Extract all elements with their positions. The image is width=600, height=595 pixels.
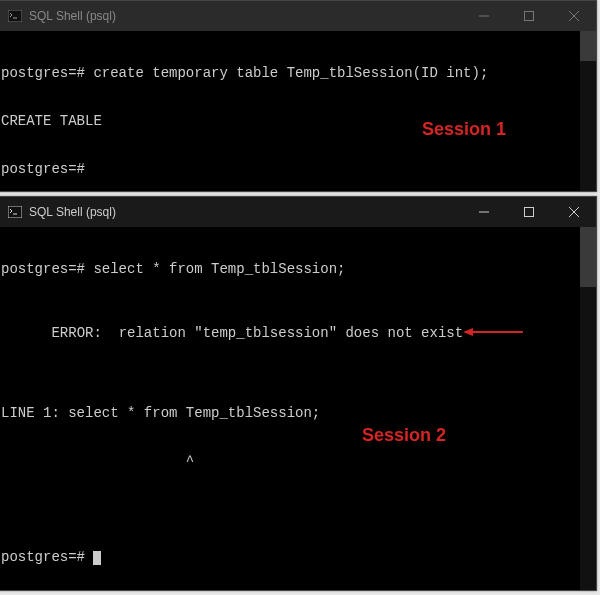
minimize-button[interactable] bbox=[461, 1, 506, 31]
terminal-line: postgres=# bbox=[1, 549, 596, 565]
terminal-line: LINE 1: select * from Temp_tblSession; bbox=[1, 405, 596, 421]
close-button[interactable] bbox=[551, 197, 596, 227]
svg-rect-9 bbox=[524, 208, 533, 217]
app-icon bbox=[7, 204, 23, 220]
svg-rect-3 bbox=[524, 12, 533, 21]
terminal-line: postgres=# create temporary table Temp_t… bbox=[1, 65, 596, 81]
close-button[interactable] bbox=[551, 1, 596, 31]
maximize-button[interactable] bbox=[506, 197, 551, 227]
scrollbar[interactable] bbox=[580, 227, 596, 590]
maximize-button[interactable] bbox=[506, 1, 551, 31]
terminal-line: ^ bbox=[1, 453, 596, 469]
svg-marker-13 bbox=[463, 328, 473, 336]
window-title: SQL Shell (psql) bbox=[29, 9, 116, 23]
scrollbar[interactable] bbox=[580, 31, 596, 191]
window-title: SQL Shell (psql) bbox=[29, 205, 116, 219]
app-icon bbox=[7, 8, 23, 24]
scrollbar-thumb[interactable] bbox=[580, 227, 596, 287]
scrollbar-thumb[interactable] bbox=[580, 31, 596, 61]
terminal-body[interactable]: postgres=# select * from Temp_tblSession… bbox=[0, 227, 596, 590]
terminal-window-2: SQL Shell (psql) postgres=# select * fro… bbox=[0, 196, 597, 591]
prompt-text: postgres=# bbox=[1, 549, 85, 565]
minimize-button[interactable] bbox=[461, 197, 506, 227]
terminal-line: ERROR: relation "temp_tblsession" does n… bbox=[1, 309, 596, 373]
terminal-body[interactable]: postgres=# create temporary table Temp_t… bbox=[0, 31, 596, 191]
session-annotation: Session 2 bbox=[362, 427, 446, 443]
svg-rect-0 bbox=[8, 10, 22, 22]
svg-rect-6 bbox=[8, 206, 22, 218]
session-annotation: Session 1 bbox=[422, 121, 506, 137]
titlebar[interactable]: SQL Shell (psql) bbox=[0, 1, 596, 31]
terminal-line: CREATE TABLE bbox=[1, 113, 596, 129]
terminal-line: postgres=# select * from Temp_tblSession… bbox=[1, 261, 596, 277]
terminal-line: postgres=# bbox=[1, 161, 596, 177]
arrow-annotation bbox=[396, 310, 523, 358]
titlebar[interactable]: SQL Shell (psql) bbox=[0, 197, 596, 227]
cursor bbox=[93, 551, 101, 565]
terminal-window-1: SQL Shell (psql) postgres=# create tempo… bbox=[0, 0, 597, 192]
